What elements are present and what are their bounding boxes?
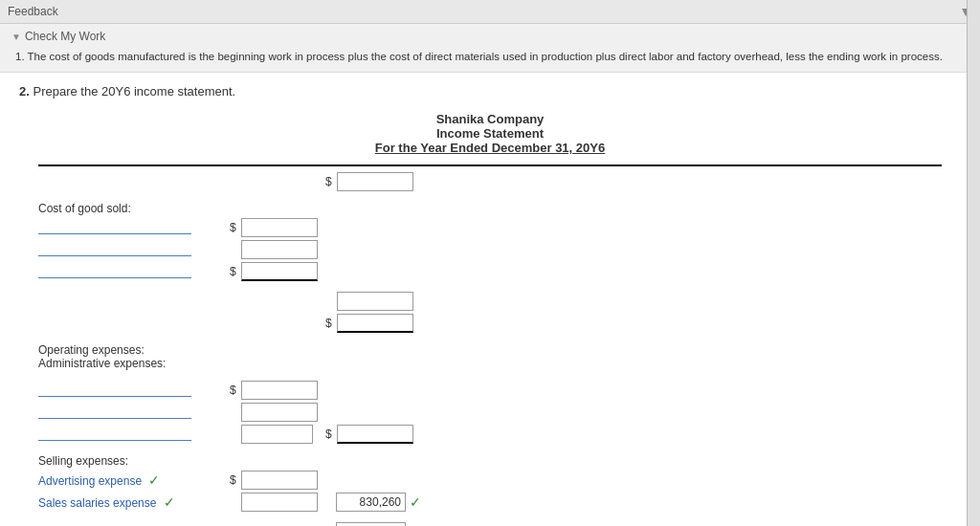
selling-exp-label-row: Selling expenses: <box>38 454 942 468</box>
sales-row: $ <box>38 172 942 191</box>
admin-input3[interactable] <box>241 425 313 444</box>
cogs-gp-col3: $ <box>325 314 421 333</box>
sales-salaries-col2: $ <box>230 493 325 512</box>
cogs-field2-label <box>38 241 230 259</box>
cogs-grosspfit-row: $ <box>38 314 942 333</box>
advertising-row: Advertising expense ✓ $ <box>38 471 942 490</box>
cogs-field1-col2: $ <box>230 218 325 237</box>
admin-underline3 <box>38 426 191 441</box>
cogs-input2[interactable] <box>241 240 318 259</box>
advertising-col2: $ <box>230 471 325 490</box>
sales-salaries-row: Sales salaries expense ✓ $ $ 830,260 ✓ <box>38 493 942 512</box>
op-exp-label: Operating expenses: Administrative expen… <box>38 343 268 370</box>
admin-input2[interactable] <box>241 403 318 422</box>
op-exp-text: Operating expenses: <box>38 343 145 357</box>
gap2 <box>38 284 942 292</box>
admin-field1-row: $ <box>38 381 942 400</box>
statement-area: $ Cost of good sold: $ <box>38 164 942 526</box>
sales-salaries-value-checkmark: ✓ <box>410 494 421 510</box>
gap4 <box>38 373 942 381</box>
sales-salaries-value: 830,260 <box>336 493 406 512</box>
sales-salaries-label-col: Sales salaries expense ✓ <box>38 494 230 510</box>
cogs-field1-label <box>38 219 230 237</box>
advertising-dollar: $ <box>230 473 241 487</box>
cogs-field3-label <box>38 263 230 281</box>
cogs-dollar3: $ <box>230 265 241 278</box>
admin-field3-col3: $ <box>325 425 421 444</box>
feedback-label: Feedback <box>8 5 58 18</box>
cogs-dollar1: $ <box>230 221 241 234</box>
selling-exp-label: Selling expenses: <box>38 454 230 468</box>
admin-exp-text: Administrative expenses: <box>38 357 166 370</box>
cogs-gp-dollar: $ <box>325 317 337 330</box>
question-text: Prepare the 20Y6 income statement. <box>33 84 235 99</box>
admin-input1[interactable] <box>241 381 318 400</box>
cogs-subtotal-input[interactable] <box>337 292 413 311</box>
question-number: 2. <box>19 84 30 99</box>
cogs-input1[interactable] <box>241 218 318 237</box>
check-my-work-section: ▼ Check My Work 1. The cost of goods man… <box>0 24 980 73</box>
total-op-exp-col3: $ 1,211,310 ✓ <box>325 522 421 526</box>
cogs-field1-row: $ <box>38 218 942 237</box>
admin-field2-row: $ <box>38 403 942 422</box>
admin-dollar1: $ <box>230 384 241 397</box>
admin-underline1 <box>38 382 191 397</box>
sales-input[interactable] <box>337 172 413 191</box>
admin-field3-col2-blank: $ <box>230 425 325 444</box>
advertising-label-col: Advertising expense ✓ <box>38 472 230 488</box>
expand-icon: ▼ <box>11 32 21 42</box>
company-name: Shanika Company <box>19 112 961 126</box>
cogs-gp-input[interactable] <box>337 314 413 333</box>
sales-salaries-input[interactable] <box>241 493 318 512</box>
sales-salaries-checkmark: ✓ <box>164 494 175 510</box>
feedback-bar: Feedback ▼ <box>0 0 980 24</box>
gap6 <box>38 515 942 522</box>
admin-field2-underline <box>38 404 230 422</box>
cogs-underline1 <box>38 219 191 234</box>
check-my-work-label: Check My Work <box>25 30 105 43</box>
cogs-label-row: Cost of good sold: <box>38 202 942 215</box>
sales-col3: $ <box>325 172 421 191</box>
admin-total-input[interactable] <box>337 425 413 444</box>
sales-salaries-col3: $ 830,260 ✓ <box>325 493 421 512</box>
admin-field3-underline <box>38 426 230 444</box>
check-my-work-header[interactable]: ▼ Check My Work <box>11 30 969 43</box>
scrollbar[interactable] <box>967 0 980 526</box>
cogs-underline2 <box>38 241 191 256</box>
admin-field1-underline <box>38 382 230 400</box>
total-op-exp-row: Total operating expenses $ 1,211,310 ✓ <box>38 522 942 526</box>
cogs-field3-col2: $ <box>230 262 325 281</box>
total-op-exp-value: 1,211,310 <box>336 522 406 526</box>
admin-underline2 <box>38 404 191 419</box>
main-content: 2. Prepare the 20Y6 income statement. Sh… <box>0 73 980 526</box>
statement-title: Shanika Company Income Statement For the… <box>19 112 961 155</box>
question-header: 2. Prepare the 20Y6 income statement. <box>19 84 961 99</box>
cogs-label: Cost of good sold: <box>38 202 230 215</box>
cogs-field2-col2: $ <box>230 240 325 259</box>
advertising-link[interactable]: Advertising expense <box>38 474 142 488</box>
gap1 <box>38 194 942 202</box>
sales-dollar: $ <box>325 175 337 188</box>
cogs-input3[interactable] <box>241 262 318 281</box>
sales-salaries-link[interactable]: Sales salaries expense <box>38 496 156 510</box>
advertising-checkmark: ✓ <box>148 472 160 488</box>
top-border <box>38 164 942 166</box>
admin-field2-col2: $ <box>230 403 325 422</box>
admin-dollar3: $ <box>325 427 337 441</box>
cogs-field3-row: $ <box>38 262 942 281</box>
check-my-work-note: 1. The cost of goods manufactured is the… <box>11 47 969 66</box>
gap5 <box>38 447 942 454</box>
statement-period: For the Year Ended December 31, 20Y6 <box>19 141 961 155</box>
cogs-subtotal-col3: $ <box>325 292 421 311</box>
selling-exp-text: Selling expenses: <box>38 454 128 468</box>
gap3 <box>38 336 942 343</box>
cogs-field2-row: $ <box>38 240 942 259</box>
cogs-underline3 <box>38 263 191 278</box>
cogs-subtotal-row: $ <box>38 292 942 311</box>
admin-field3-row: $ $ <box>38 425 942 444</box>
advertising-input[interactable] <box>241 471 318 490</box>
statement-type: Income Statement <box>19 126 961 141</box>
op-exp-row: Operating expenses: Administrative expen… <box>38 343 942 370</box>
admin-field1-col2: $ <box>230 381 325 400</box>
